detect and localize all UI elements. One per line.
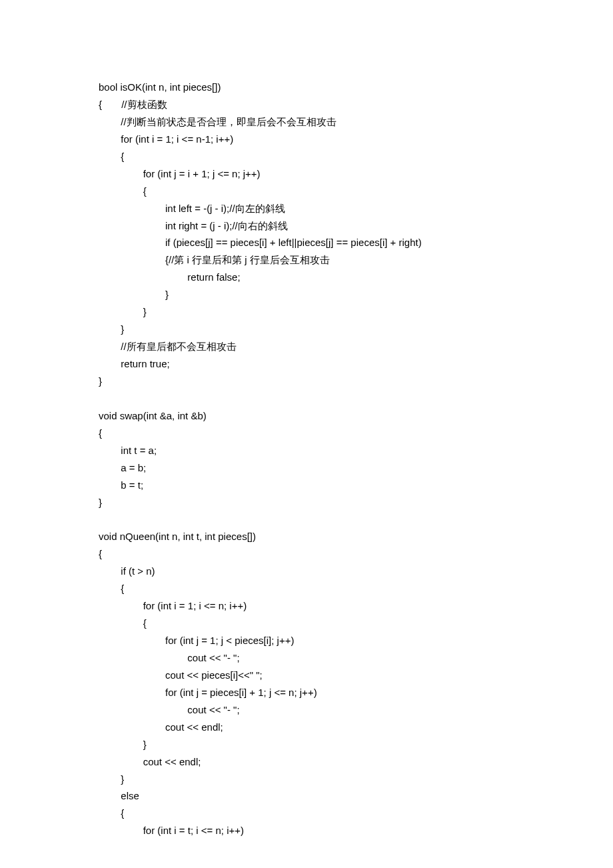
code-line: { [99, 183, 613, 200]
code-line: return true; [99, 355, 613, 373]
code-line [99, 511, 613, 528]
code-line: { [99, 805, 613, 822]
code-line: for (int i = 1; i <= n-1; i++) [99, 131, 613, 148]
code-line: else [99, 787, 613, 805]
code-line: void swap(int &a, int &b) [99, 407, 613, 425]
code-line: int right = (j - i);//向右的斜线 [99, 217, 613, 235]
code-line: if (t > n) [99, 563, 613, 580]
code-line: cout << "- "; [99, 701, 613, 719]
code-line: } [99, 321, 613, 338]
code-block: bool isOK(int n, int pieces[]){ //剪枝函数 /… [99, 79, 613, 839]
code-line: for (int j = i + 1; j <= n; j++) [99, 165, 613, 183]
code-line: } [99, 494, 613, 511]
code-line: { [99, 580, 613, 597]
code-line: b = t; [99, 477, 613, 494]
code-line: bool isOK(int n, int pieces[]) [99, 79, 613, 96]
code-line: a = b; [99, 459, 613, 477]
code-line: { [99, 545, 613, 563]
code-line: //判断当前状态是否合理，即皇后会不会互相攻击 [99, 113, 613, 131]
code-line: for (int j = 1; j < pieces[i]; j++) [99, 632, 613, 649]
code-line: } [99, 303, 613, 321]
code-line: //所有皇后都不会互相攻击 [99, 338, 613, 355]
code-line: cout << endl; [99, 719, 613, 736]
code-line: cout << pieces[i]<<" "; [99, 667, 613, 684]
code-line: cout << "- "; [99, 649, 613, 667]
code-line: { [99, 615, 613, 632]
code-line: int t = a; [99, 442, 613, 459]
code-line [99, 390, 613, 407]
code-line: for (int i = 1; i <= n; i++) [99, 597, 613, 615]
code-line: } [99, 771, 613, 788]
code-line: for (int j = pieces[i] + 1; j <= n; j++) [99, 684, 613, 701]
code-line: } [99, 373, 613, 390]
code-line: { [99, 148, 613, 165]
code-line: return false; [99, 269, 613, 286]
code-line: { //剪枝函数 [99, 96, 613, 113]
document-page: bool isOK(int n, int pieces[]){ //剪枝函数 /… [0, 0, 613, 868]
code-line: if (pieces[j] == pieces[i] + left||piece… [99, 234, 613, 251]
code-line: int left = -(j - i);//向左的斜线 [99, 200, 613, 217]
code-line: void nQueen(int n, int t, int pieces[]) [99, 528, 613, 545]
code-line: for (int i = t; i <= n; i++) [99, 822, 613, 839]
code-line: } [99, 286, 613, 303]
code-line: { [99, 425, 613, 442]
code-line: } [99, 736, 613, 753]
code-line: cout << endl; [99, 753, 613, 771]
code-line: {//第 i 行皇后和第 j 行皇后会互相攻击 [99, 251, 613, 269]
